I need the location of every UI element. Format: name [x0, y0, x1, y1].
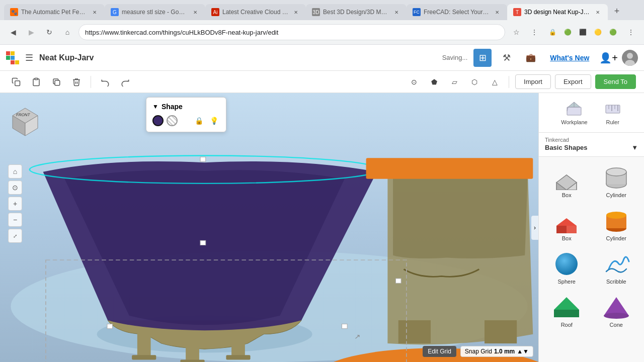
tab-2[interactable]: G measure stl size - Google S... ✕ [105, 4, 205, 20]
snap-grid-control: Snap Grid 1.0 mm ▲▼ [460, 346, 533, 357]
ruler-label: Ruler [606, 119, 619, 125]
export-button[interactable]: Export [555, 74, 591, 89]
tab-5[interactable]: FC FreeCAD: Select Your Platfo... ✕ [407, 4, 507, 20]
shape-lock-icon[interactable]: 🔒 [193, 115, 205, 127]
tab-close-2[interactable]: ✕ [191, 8, 199, 16]
tab-6[interactable]: T 3D design Neat Kup-Jarv ... ✕ [507, 4, 608, 20]
shape-light-icon[interactable]: 💡 [208, 115, 220, 127]
orbit-button[interactable]: ⊙ [8, 180, 22, 195]
edit-grid-button[interactable]: Edit Grid [423, 346, 456, 357]
toolbar-right: ⊙ ⬟ ▱ ⬡ △ Import Export Send To [406, 74, 636, 90]
import-button[interactable]: Import [515, 74, 551, 89]
ext-4[interactable]: 🟡 [591, 25, 605, 39]
shape-panel-controls: 🔒 💡 [152, 115, 220, 127]
fit-view-button[interactable]: ⤢ [8, 229, 22, 243]
home-view-button[interactable]: ⌂ [8, 164, 22, 178]
tab-close-4[interactable]: ✕ [392, 8, 400, 16]
sidebar-toggle-button[interactable]: › [531, 216, 538, 240]
undo-button[interactable] [97, 74, 113, 90]
tinkercad-source-label: Tinkercad [545, 137, 638, 143]
view-tool-1[interactable]: ⬡ [466, 74, 482, 90]
svg-rect-13 [132, 355, 156, 359]
snap-grid-arrows[interactable]: ▲▼ [517, 348, 529, 355]
add-user-button[interactable]: 👤+ [599, 52, 618, 64]
shape-item-scribble[interactable]: Scribble [593, 247, 640, 289]
whats-new-button[interactable]: What's New [546, 52, 593, 64]
ruler-tool[interactable]: Ruler [600, 98, 626, 127]
svg-point-1 [627, 53, 633, 59]
user-avatar[interactable] [622, 50, 638, 66]
tab-1[interactable]: 🐾 The Automatic Pet Feeder ✕ [4, 4, 105, 20]
shape-item-wireframe-box[interactable]: Box [543, 161, 591, 202]
browser-chrome: 🐾 The Automatic Pet Feeder ✕ G measure s… [0, 0, 644, 45]
tab-3[interactable]: Ai Latest Creative Cloud versio... ✕ [205, 4, 306, 20]
tab-close-1[interactable]: ✕ [91, 8, 99, 16]
redo-button[interactable] [117, 74, 133, 90]
document-icon[interactable]: ☰ [25, 52, 33, 63]
projects-icon[interactable]: 💼 [522, 49, 540, 67]
ext-1[interactable]: 🔒 [545, 25, 559, 39]
tab-close-5[interactable]: ✕ [493, 8, 501, 16]
nav-more-button[interactable]: ⋮ [527, 25, 541, 39]
align-tool[interactable]: ⊙ [406, 74, 422, 90]
tab-close-6[interactable]: ✕ [594, 8, 602, 16]
svg-rect-24 [107, 324, 113, 328]
wireframe-cylinder-thumb [601, 165, 631, 190]
forward-button[interactable]: ▶ [24, 25, 38, 39]
svg-rect-20 [485, 320, 517, 343]
svg-rect-11 [186, 339, 199, 362]
duplicate-button[interactable] [48, 74, 64, 90]
copy-button[interactable] [8, 74, 24, 90]
nav-bar: ◀ ▶ ↻ ⌂ ☆ ⋮ 🔒 🟢 ⬛ 🟡 🟢 ⋮ [0, 20, 644, 44]
extension-icons: 🔒 🟢 ⬛ 🟡 🟢 [545, 25, 620, 39]
toolbar-divider-2 [509, 76, 509, 88]
group-tool[interactable]: ▱ [446, 74, 462, 90]
zoom-out-button[interactable]: − [8, 213, 22, 227]
shape-item-solid-cylinder[interactable]: Cylinder [593, 204, 640, 245]
view-tool-2[interactable]: △ [487, 74, 503, 90]
toolbar-divider-1 [91, 76, 91, 88]
grid-view-icon[interactable]: ⊞ [473, 49, 492, 67]
browser-window: 🐾 The Automatic Pet Feeder ✕ G measure s… [0, 0, 644, 362]
shape-name-sphere: Sphere [558, 279, 576, 285]
shape-item-wireframe-cylinder[interactable]: Cylinder [593, 161, 640, 202]
solid-color-swatch[interactable] [152, 115, 164, 126]
snap-grid-value[interactable]: 1.0 mm [494, 348, 515, 355]
paste-button[interactable] [28, 74, 44, 90]
tab-4[interactable]: 3D Best 3D Design/3D Modeling... ✕ [306, 4, 407, 20]
send-to-button[interactable]: Send To [595, 74, 636, 89]
new-tab-button[interactable]: + [610, 4, 624, 18]
shape-item-cone[interactable]: Cone [593, 291, 640, 332]
viewport[interactable]: ↗ FRONT ▼ Shape [0, 93, 538, 362]
ext-3[interactable]: ⬛ [576, 25, 590, 39]
svg-marker-63 [554, 297, 579, 310]
tab-close-3[interactable]: ✕ [292, 8, 300, 16]
shape-panel-chevron[interactable]: ▼ [152, 103, 158, 110]
shape-panel: ▼ Shape 🔒 💡 [146, 97, 226, 132]
back-button[interactable]: ◀ [6, 25, 20, 39]
sidebar-category: Tinkercad Basic Shapes ▼ [539, 133, 644, 157]
shape-item-roof[interactable]: Roof [543, 291, 591, 332]
ext-5[interactable]: 🟢 [606, 25, 620, 39]
zoom-in-button[interactable]: + [8, 197, 22, 211]
hole-color-swatch[interactable] [167, 115, 178, 126]
bookmark-button[interactable]: ☆ [509, 25, 523, 39]
category-chevron-icon: ▼ [631, 144, 638, 151]
address-bar[interactable] [78, 24, 505, 40]
ext-2[interactable]: 🟢 [560, 25, 575, 39]
category-selector[interactable]: Basic Shapes ▼ [545, 143, 638, 152]
shape-item-sphere[interactable]: Sphere [543, 247, 591, 289]
svg-rect-14 [180, 359, 204, 362]
nav-cube[interactable]: FRONT [5, 98, 45, 138]
delete-button[interactable] [68, 74, 85, 90]
shape-item-solid-box[interactable]: Box [543, 204, 591, 245]
browser-menu-button[interactable]: ⋮ [624, 25, 638, 39]
toolbar: ⊙ ⬟ ▱ ⬡ △ Import Export Send To [0, 71, 644, 93]
mirror-tool[interactable]: ⬟ [426, 74, 442, 90]
tab-favicon-5: FC [413, 8, 421, 16]
refresh-button[interactable]: ↻ [42, 25, 56, 39]
home-button[interactable]: ⌂ [60, 25, 74, 39]
shape-edit-icon[interactable]: ⚒ [498, 49, 516, 67]
workplane-tool[interactable]: Workplane [557, 98, 591, 127]
tinkercad-logo[interactable] [6, 51, 19, 64]
